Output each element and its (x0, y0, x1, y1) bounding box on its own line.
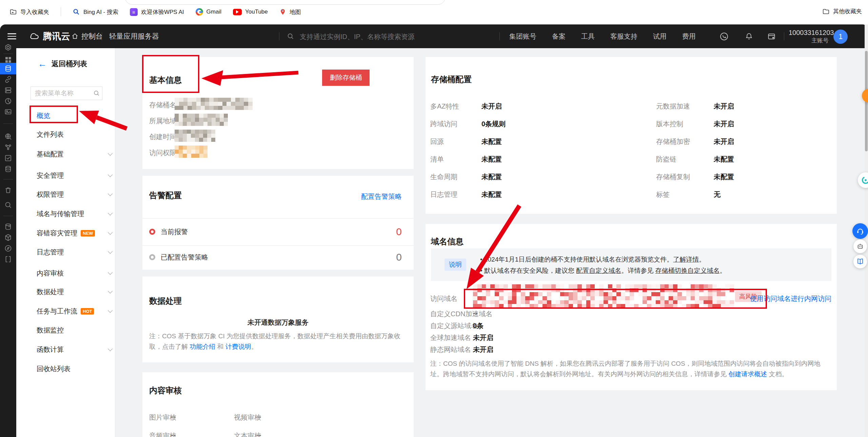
nav-support[interactable]: 客服支持 (610, 32, 637, 41)
tencent-cloud-cos-console: 导入收藏夹 Bing AI - 搜索 ≡ 欢迎体验WPS AI Gmail Yo… (0, 0, 868, 437)
avatar[interactable]: 1 (833, 30, 848, 44)
account-info[interactable]: 100033161203 主账号 (789, 29, 829, 44)
sidebar-search-icon[interactable] (93, 90, 100, 97)
card-title: 数据处理 (149, 296, 182, 306)
address-bar-remnant (125, 0, 446, 5)
nav-group-account[interactable]: 集团账号 (509, 32, 536, 41)
bookmark-youtube[interactable]: YouTube (233, 8, 268, 15)
network-nodes-icon[interactable] (4, 143, 12, 151)
tencent-cloud-brand[interactable]: 腾讯云 (28, 24, 70, 48)
link-icon[interactable] (4, 75, 12, 83)
media-monitor-icon[interactable] (4, 108, 12, 116)
pie-chart-icon[interactable] (4, 97, 12, 105)
bookmark-import[interactable]: 导入收藏夹 (9, 8, 49, 16)
create-request-doc-link[interactable]: 创建请求概述 (728, 370, 767, 378)
bookmark-label: YouTube (245, 8, 268, 15)
sidebar-item-label: 域名与传输管理 (37, 209, 84, 218)
server-icon[interactable] (4, 86, 12, 94)
sidebar-item-label: 文件列表 (37, 130, 64, 139)
field-value: 未开启 (473, 345, 493, 354)
sidebar-item-security[interactable]: 安全管理 (16, 168, 115, 183)
sidebar-item-disaster-recovery[interactable]: 容错容灾管理NEW (16, 226, 115, 241)
custom-domain-link[interactable]: 配置自定义域名 (576, 267, 621, 274)
configure-alarm-policy-link[interactable]: 配置告警策略 (361, 192, 402, 201)
nav-tools[interactable]: 工具 (581, 32, 595, 41)
cube-box-icon[interactable] (4, 233, 12, 242)
card-title: 基本信息 (149, 75, 182, 86)
sidebar-search-input[interactable] (31, 87, 102, 100)
search-circle-icon[interactable] (4, 201, 12, 209)
bookmark-maps[interactable]: 地图 (279, 8, 301, 16)
sidebar-item-content-audit[interactable]: 内容审核 (16, 266, 115, 281)
console-header: 腾讯云 控制台 轻量应用服务器 快捷键 / 集团账号 备案 工具 客服支持 试用… (0, 24, 868, 48)
sidebar-item-log[interactable]: 日志管理 (16, 245, 115, 260)
bookmarks-divider (61, 7, 61, 16)
current-alarm-row[interactable]: 当前报警 0 (142, 218, 414, 245)
field-label: 生命周期 (430, 172, 457, 182)
cos-storage-icon[interactable] (0, 63, 16, 74)
field-label: 静态网站域名 (430, 345, 471, 354)
field-value: 0条 (473, 321, 484, 330)
intranet-access-link[interactable]: 使用访问域名进行内网访问 (750, 294, 831, 303)
archive-bin-icon[interactable] (4, 186, 12, 194)
notification-bell-icon[interactable] (745, 32, 753, 41)
sidebar-item-domain-transfer[interactable]: 域名与传输管理 (16, 206, 115, 221)
back-to-bucket-list[interactable]: ← 返回桶列表 (38, 59, 87, 69)
global-search-input[interactable] (299, 24, 463, 49)
policy-ring-icon (149, 254, 155, 260)
tencent-cloud-logo-icon (28, 32, 40, 41)
bookmark-label: 导入收藏夹 (20, 8, 49, 16)
feature-intro-link[interactable]: 功能介绍 (190, 343, 215, 350)
nav-billing[interactable]: 费用 (682, 32, 696, 41)
alarm-row-label: 已配置告警策略 (161, 253, 208, 262)
learn-more-link[interactable]: 了解详情 (673, 256, 699, 263)
field-label: 创建时间 (149, 132, 176, 141)
field-label: 日志管理 (430, 190, 457, 199)
field-value: -- (171, 413, 176, 421)
headset-support-button[interactable] (852, 223, 868, 239)
sidebar-item-data-processing[interactable]: 数据处理 (16, 284, 115, 299)
billing-doc-link[interactable]: 计费说明 (225, 343, 251, 350)
sidebar-item-file-list[interactable]: 文件列表 (16, 127, 115, 142)
console-panel-icon[interactable] (767, 32, 776, 41)
database-icon[interactable] (4, 165, 12, 173)
sidebar-item-basic-config[interactable]: 基础配置 (16, 147, 115, 162)
sidebar-item-recycle-bin[interactable]: 回收站列表 (16, 361, 115, 376)
account-role: 主账号 (789, 37, 829, 44)
field-label: 自定义CDN加速域名 (430, 309, 492, 319)
nav-trial[interactable]: 试用 (653, 32, 667, 41)
task-check-icon[interactable] (4, 154, 12, 162)
hexagon-product-icon[interactable] (4, 43, 12, 52)
delete-bucket-button[interactable]: 删除存储桶 (322, 70, 370, 86)
console-home-link[interactable]: 控制台 (71, 24, 103, 48)
chevron-down-icon (108, 308, 113, 313)
compass-icon[interactable] (4, 244, 12, 252)
sidebar-item-data-monitor[interactable]: 数据监控 (16, 323, 115, 338)
database-list-icon[interactable] (4, 223, 12, 231)
chat-bot-button[interactable] (853, 240, 867, 253)
bookmark-gmail[interactable]: Gmail (196, 8, 221, 16)
sidebar-item-label: 数据监控 (37, 326, 64, 335)
voice-support-icon[interactable] (719, 32, 729, 41)
sidebar-item-overview[interactable]: 概览 (16, 108, 115, 123)
sidebar-item-label: 基础配置 (37, 150, 64, 159)
nav-icp[interactable]: 备案 (552, 32, 566, 41)
switch-domain-doc-link[interactable]: 存储桶切换自定义域名 (655, 267, 720, 274)
chevron-down-icon (108, 249, 113, 254)
alarm-policy-row[interactable]: 已配置告警策略 0 (142, 244, 414, 271)
product-tab[interactable]: 轻量应用服务器 (109, 24, 159, 48)
bookmark-other-folder[interactable]: 其他收藏夹 (822, 7, 862, 15)
code-brackets-icon[interactable] (4, 255, 12, 263)
sidebar-item-workflow[interactable]: 任务与工作流HOT (16, 304, 115, 319)
globe-search-icon[interactable] (4, 132, 12, 140)
sidebar-item-label: 概览 (37, 111, 50, 120)
bookmark-bing[interactable]: Bing AI - 搜索 (73, 8, 118, 16)
sidebar-item-scf[interactable]: 函数计算 (16, 342, 115, 357)
menu-hamburger-icon[interactable] (7, 33, 16, 41)
docs-button[interactable] (853, 255, 867, 268)
field-label: 存储桶加密 (656, 137, 690, 146)
sidebar-item-permission[interactable]: 权限管理 (16, 187, 115, 202)
bookmark-wps[interactable]: ≡ 欢迎体验WPS AI (130, 8, 184, 16)
field-value: 未配置 (714, 155, 734, 164)
bookmark-label: Bing AI - 搜索 (83, 8, 118, 16)
